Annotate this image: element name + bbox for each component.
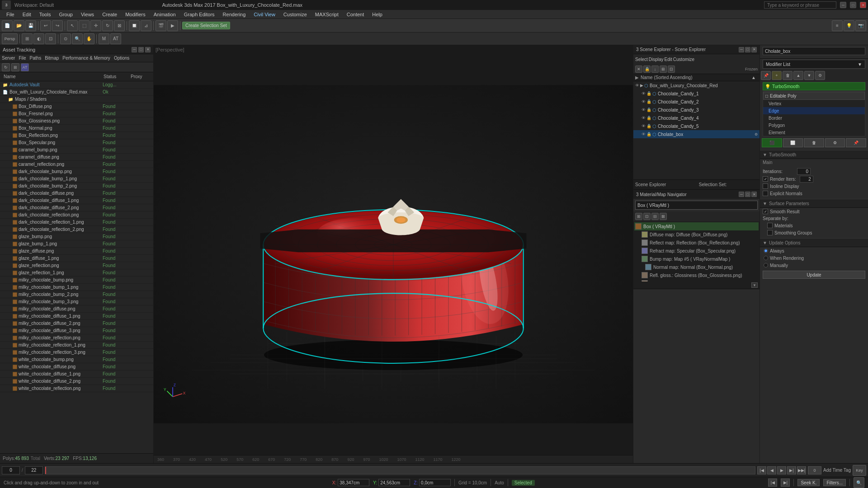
coord-y-input[interactable] [378, 479, 410, 486]
file-item[interactable]: 📁Maps / Shaders [0, 96, 153, 103]
se-close-btn[interactable]: ✕ [751, 47, 757, 52]
menu-content[interactable]: Content [343, 11, 368, 18]
editable-poly-modifier-item[interactable]: □ Editable Poly [763, 92, 865, 100]
se-tab-display[interactable]: Display [649, 57, 664, 62]
mat-item-refract[interactable]: Refract map: Specular (Box_Specular.png) [634, 247, 759, 255]
save-btn[interactable]: 💾 [25, 20, 36, 31]
file-item[interactable]: glaze_reflection.pngFound [0, 262, 153, 269]
mod-pin-btn[interactable]: 📌 [761, 71, 771, 80]
zoom-btn[interactable]: 🔍 [72, 33, 83, 44]
file-item[interactable]: white_chocolate_diffuse_2.pngFound [0, 378, 153, 385]
file-item[interactable]: milky_chocolate_reflection.pngFound [0, 334, 153, 342]
mod-move-up-btn[interactable]: ▲ [793, 71, 803, 80]
mat-btn2[interactable]: ⊡ [643, 213, 651, 220]
undo-btn[interactable]: ↩ [40, 20, 51, 31]
menu-graph-editors[interactable]: Graph Editors [180, 11, 218, 18]
mn-minimize-btn[interactable]: ─ [739, 192, 744, 197]
turbosmooth-section-header[interactable]: ▼ TurboSmooth [760, 150, 868, 159]
snap-btn[interactable]: 🔲 [129, 20, 140, 31]
at-menu-file[interactable]: File [19, 56, 26, 61]
sub-border[interactable]: Border [763, 114, 865, 122]
scroll-down-icon[interactable]: ▼ [751, 282, 758, 288]
at-close-btn[interactable]: ✕ [145, 47, 151, 52]
mn-restore-btn[interactable]: □ [745, 192, 750, 197]
open-btn[interactable]: 📂 [14, 20, 24, 31]
sub-vertex[interactable]: Vertex [763, 100, 865, 107]
play-btn[interactable]: ▶ [777, 466, 786, 474]
perspective-btn[interactable]: Persp [2, 33, 18, 44]
file-item[interactable]: milky_chocolate_diffuse_1.pngFound [0, 313, 153, 320]
file-item[interactable]: Box_Diffuse.pngFound [0, 103, 153, 110]
rotate-btn[interactable]: ↻ [102, 20, 113, 31]
cameras-btn[interactable]: 📷 [855, 20, 866, 31]
menu-animation[interactable]: Animation [150, 11, 179, 18]
scene-item-box[interactable]: 👁 ▶ ⬡ Box_with_Luxury_Chocolate_Red [633, 81, 760, 89]
status-zoom-btn[interactable]: 🔍 [854, 477, 864, 488]
mod-settings-btn[interactable]: ⚙ [815, 71, 825, 80]
prev-frame-btn[interactable]: ◀ [767, 466, 776, 474]
next-key-btn[interactable]: ▶| [781, 479, 790, 487]
coord-x-input[interactable] [338, 479, 369, 486]
turbosmooth-modifier-item[interactable]: 💡 TurboSmooth [763, 82, 865, 90]
at-menu-server[interactable]: Server [2, 56, 15, 61]
explicit-normals-checkbox[interactable] [763, 191, 768, 196]
mat-item-bump[interactable]: Bump map: Map #5 ( VRayNormalMap ) [634, 255, 759, 263]
modifier-view-btn4[interactable]: ⚙ [825, 138, 845, 147]
wireframe-btn[interactable]: ⊞ [22, 33, 33, 44]
scale-btn[interactable]: ⊠ [114, 20, 125, 31]
smoothing-groups-checkbox[interactable] [767, 230, 773, 235]
material-editor-btn[interactable]: M [99, 33, 109, 44]
file-item[interactable]: dark_chocolate_diffuse.pngFound [0, 190, 153, 197]
file-item[interactable]: white_chocolate_diffuse_1.pngFound [0, 371, 153, 378]
at-minimize-btn[interactable]: ─ [132, 47, 137, 52]
shaded-btn[interactable]: ◐ [33, 33, 44, 44]
asset-tracking-btn[interactable]: AT [110, 33, 121, 44]
mod-remove-btn[interactable]: 🗑 [783, 71, 793, 80]
timeline-track[interactable] [45, 466, 755, 474]
file-item[interactable]: white_chocolate_reflection.pngFound [0, 385, 153, 392]
timeline-total-frames[interactable] [25, 466, 43, 474]
mat-btn3[interactable]: ⊟ [651, 213, 659, 220]
modifier-view-btn5[interactable]: 📌 [846, 138, 866, 147]
se-tab-customize[interactable]: Customize [673, 57, 694, 62]
mat-item-gloss[interactable]: Refl. gloss.: Glossiness (Box_Glossiness… [634, 271, 759, 279]
file-item[interactable]: milky_chocolate_bump_2.pngFound [0, 291, 153, 298]
file-item[interactable]: milky_chocolate_reflection_3.pngFound [0, 349, 153, 356]
file-item[interactable]: milky_chocolate_diffuse_2.pngFound [0, 320, 153, 327]
smooth-result-checkbox[interactable]: ✓ [763, 209, 768, 214]
file-item[interactable]: white_chocolate_bump.pngFound [0, 356, 153, 363]
seek-k-btn[interactable]: Seek K. [797, 479, 820, 486]
file-item[interactable]: dark_chocolate_reflection_1.pngFound [0, 219, 153, 226]
scroll-up-btn[interactable]: ▲ [751, 75, 756, 80]
menu-rendering[interactable]: Rendering [219, 11, 250, 18]
select-btn[interactable]: ↖ [67, 20, 78, 31]
surface-params-header[interactable]: ▼ Surface Parameters [760, 199, 868, 208]
file-item[interactable]: milky_chocolate_diffuse_3.pngFound [0, 327, 153, 334]
mat-item-box[interactable]: Box ( VRayMtl ) [634, 222, 759, 230]
mn-close-btn[interactable]: ✕ [751, 192, 757, 197]
menu-tools[interactable]: Tools [36, 11, 55, 18]
lights-btn[interactable]: 💡 [844, 20, 854, 31]
at-menu-paths[interactable]: Paths [30, 56, 42, 61]
go-end-btn[interactable]: ▶▶| [797, 466, 806, 474]
create-selection-btn[interactable]: Create Selection Set [182, 22, 230, 29]
menu-group[interactable]: Group [55, 11, 76, 18]
se-btn4[interactable]: ⊞ [660, 66, 667, 73]
menu-civil-view[interactable]: Civil View [250, 11, 278, 18]
new-btn[interactable]: 📄 [2, 20, 13, 31]
pan-btn[interactable]: ✋ [84, 33, 94, 44]
mat-btn4[interactable]: ⊠ [660, 213, 667, 220]
file-item[interactable]: dark_chocolate_bump_2.pngFound [0, 183, 153, 190]
manually-radio[interactable] [764, 263, 768, 267]
select-region-btn[interactable]: ⬚ [79, 20, 90, 31]
mat-btn1[interactable]: ⊞ [635, 213, 642, 220]
file-item[interactable]: Box_Normal.pngFound [0, 125, 153, 132]
angle-snap-btn[interactable]: ⊿ [141, 20, 151, 31]
file-item[interactable]: 📁Autodesk VaultLogg... [0, 81, 153, 89]
file-item[interactable]: dark_chocolate_diffuse_1.pngFound [0, 197, 153, 204]
update-btn[interactable]: Update [763, 271, 865, 279]
file-item[interactable]: dark_chocolate_bump.pngFound [0, 168, 153, 175]
mat-name-field[interactable]: Box ( VRayMtl ) [635, 201, 758, 210]
file-item[interactable]: caramel_bump.pngFound [0, 146, 153, 154]
scene-item-candy2[interactable]: 👁 🔒 ⬡ Chocolate_Candy_2 [633, 98, 760, 106]
